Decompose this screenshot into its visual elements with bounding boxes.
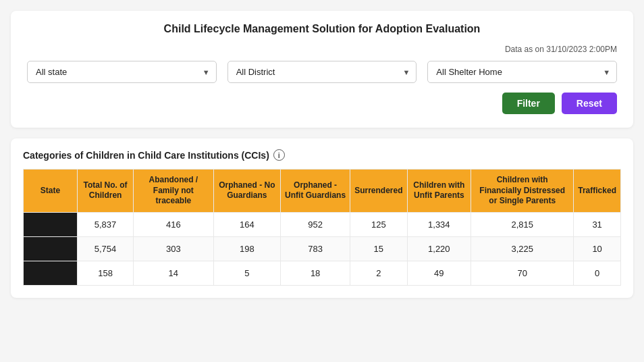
cell-orphaned_no_guardians: 198: [213, 236, 281, 261]
table-row: 5,8374161649521251,3342,81531: [24, 212, 621, 236]
table-row: 5,754303198783151,2203,22510: [24, 236, 621, 261]
cell-total: 5,754: [78, 236, 134, 261]
cell-unfit_parents: 1,220: [407, 236, 471, 261]
cell-abandoned: 303: [134, 236, 213, 261]
page-wrapper: Child Lifecycle Management Solution for …: [0, 11, 644, 298]
button-row: Filter Reset: [27, 93, 617, 114]
table-wrapper: State Total No. of Children Abandoned / …: [23, 169, 621, 286]
col-header-orphaned-no-guardians: Orphaned - No Guardians: [213, 170, 281, 213]
state-cell: [24, 236, 78, 261]
cell-surrendered: 2: [350, 261, 407, 285]
reset-button[interactable]: Reset: [562, 93, 617, 114]
state-cell: [24, 261, 78, 285]
cell-total: 5,837: [78, 212, 134, 236]
col-header-abandoned: Abandoned / Family not traceable: [134, 170, 213, 213]
cell-orphaned_no_guardians: 164: [213, 212, 281, 236]
col-header-surrendered: Surrendered: [350, 170, 407, 213]
col-header-trafficked: Trafficked: [574, 170, 621, 213]
cell-surrendered: 15: [350, 236, 407, 261]
cell-trafficked: 31: [574, 212, 621, 236]
cell-financially_distressed: 70: [471, 261, 574, 285]
district-filter-wrap: All District ▼: [227, 61, 417, 83]
cell-orphaned_unfit: 952: [281, 212, 350, 236]
cell-unfit_parents: 49: [407, 261, 471, 285]
state-cell: [24, 212, 78, 236]
cell-orphaned_unfit: 783: [281, 236, 350, 261]
info-icon[interactable]: i: [273, 149, 285, 161]
col-header-orphaned-unfit: Orphaned - Unfit Guardians: [281, 170, 350, 213]
table-header-row: State Total No. of Children Abandoned / …: [24, 170, 621, 213]
data-date: Data as on 31/10/2023 2:00PM: [27, 45, 617, 54]
cell-surrendered: 125: [350, 212, 407, 236]
cell-total: 158: [78, 261, 134, 285]
district-select[interactable]: All District: [227, 61, 417, 83]
table-row: 15814518249700: [24, 261, 621, 285]
col-header-financially-distressed: Children with Financially Distressed or …: [471, 170, 574, 213]
cell-orphaned_no_guardians: 5: [213, 261, 281, 285]
shelter-select[interactable]: All Shelter Home: [427, 61, 617, 83]
cell-financially_distressed: 2,815: [471, 212, 574, 236]
col-header-total: Total No. of Children: [78, 170, 134, 213]
cell-trafficked: 0: [574, 261, 621, 285]
filter-button[interactable]: Filter: [502, 93, 555, 114]
top-card: Child Lifecycle Management Solution for …: [11, 11, 633, 128]
state-select[interactable]: All state: [27, 61, 217, 83]
filters-row: All state ▼ All District ▼ All Shelter H…: [27, 61, 617, 83]
cell-trafficked: 10: [574, 236, 621, 261]
cell-abandoned: 416: [134, 212, 213, 236]
page-title: Child Lifecycle Management Solution for …: [27, 23, 617, 35]
cell-abandoned: 14: [134, 261, 213, 285]
cell-orphaned_unfit: 18: [281, 261, 350, 285]
col-header-state: State: [24, 170, 78, 213]
shelter-filter-wrap: All Shelter Home ▼: [427, 61, 617, 83]
cell-unfit_parents: 1,334: [407, 212, 471, 236]
bottom-card: Categories of Children in Child Care Ins…: [11, 138, 633, 298]
cell-financially_distressed: 3,225: [471, 236, 574, 261]
state-filter-wrap: All state ▼: [27, 61, 217, 83]
data-table: State Total No. of Children Abandoned / …: [23, 169, 621, 286]
col-header-unfit-parents: Children with Unfit Parents: [407, 170, 471, 213]
table-title: Categories of Children in Child Care Ins…: [23, 149, 621, 161]
